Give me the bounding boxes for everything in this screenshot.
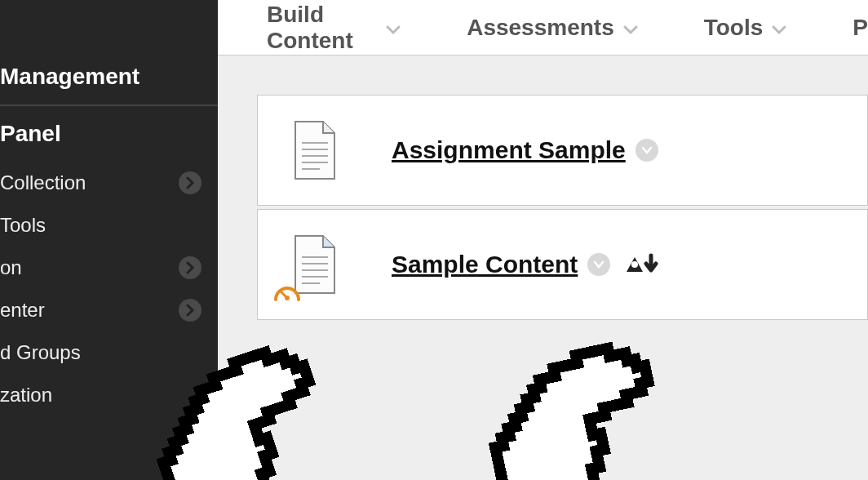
content-item-row: Sample Content [257, 209, 868, 320]
item-context-menu[interactable] [636, 139, 658, 162]
sidebar-item-enter[interactable]: enter [0, 289, 218, 331]
topbar: Build Content Assessments Tools P [218, 0, 868, 56]
sidebar-item-label: enter [0, 299, 45, 322]
menu-partial-p[interactable]: P [852, 15, 868, 41]
menu-label: P [852, 15, 868, 41]
arrow-right-icon [179, 171, 202, 194]
sidebar-item-on[interactable]: on [0, 247, 218, 289]
sidebar-item-label: d Groups [0, 341, 81, 364]
ally-score-gauge-icon[interactable] [272, 283, 302, 306]
sidebar-item-collection[interactable]: Collection [0, 162, 218, 204]
chevron-down-icon [771, 15, 787, 41]
menu-tools[interactable]: Tools [704, 15, 788, 41]
content-item-title[interactable]: Assignment Sample [392, 136, 626, 164]
arrow-right-icon [179, 256, 202, 279]
sidebar-item-label: Tools [0, 214, 46, 237]
document-icon [290, 234, 339, 295]
sidebar-header-management: Management [0, 49, 218, 104]
menu-label: Tools [704, 15, 764, 41]
ally-download-icon[interactable] [623, 252, 659, 277]
svg-point-12 [631, 261, 638, 268]
content-item-row: Assignment Sample [257, 95, 868, 206]
sidebar-item-label: Collection [0, 171, 86, 194]
svg-line-11 [281, 291, 287, 298]
sidebar-item-tools[interactable]: Tools [0, 204, 218, 247]
content-area: Assignment Sample Sa [218, 56, 868, 480]
menu-label: Build Content [267, 2, 377, 54]
menu-build-content[interactable]: Build Content [267, 2, 401, 54]
sidebar: Management Panel Collection Tools on ent… [0, 0, 218, 480]
sidebar-item-label: on [0, 256, 22, 279]
sidebar-header-panel: Panel [0, 104, 218, 162]
menu-assessments[interactable]: Assessments [467, 15, 639, 41]
sidebar-item-label: zation [0, 384, 52, 407]
arrow-right-icon [179, 299, 202, 322]
sidebar-item-groups[interactable]: d Groups [0, 331, 218, 374]
chevron-down-icon [385, 15, 401, 41]
item-context-menu[interactable] [587, 253, 610, 276]
document-icon [290, 120, 339, 180]
menu-label: Assessments [467, 15, 614, 41]
content-item-title[interactable]: Sample Content [392, 251, 578, 278]
sidebar-item-zation[interactable]: zation [0, 374, 218, 416]
chevron-down-icon [622, 15, 639, 41]
